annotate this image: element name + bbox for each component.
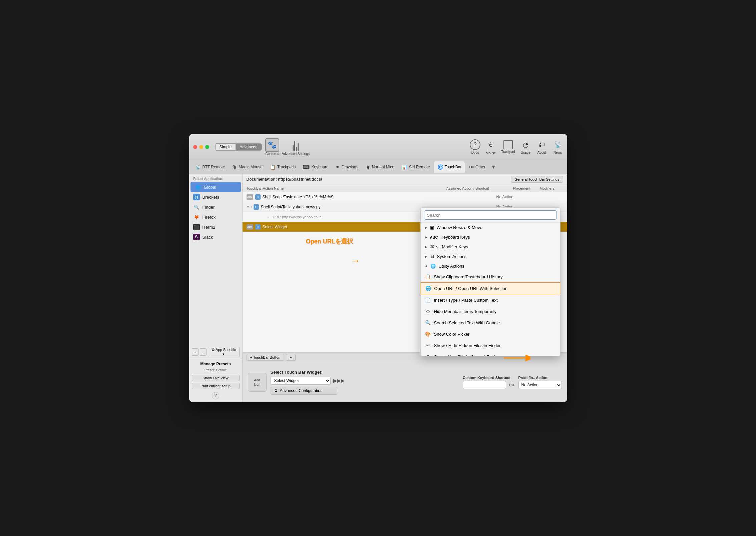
sidebar-item-firefox[interactable]: 🦊 Firefox bbox=[189, 212, 242, 222]
mouse-label: Mouse bbox=[486, 151, 496, 155]
tab-overflow-arrow[interactable]: ▼ bbox=[491, 164, 496, 170]
help-button[interactable]: ? bbox=[212, 392, 219, 399]
group-system-actions[interactable]: ▶ 🖥 System Actions bbox=[421, 252, 560, 261]
bottom-panel: Add Icon Select Touch Bar Widget: Select… bbox=[243, 362, 567, 402]
minimize-button[interactable] bbox=[199, 145, 203, 149]
news-label: News bbox=[553, 151, 562, 154]
add-icon-button[interactable]: Add Icon bbox=[248, 373, 267, 392]
show-live-view-button[interactable]: Show Live View bbox=[192, 375, 240, 381]
color-picker-label: Show Color Picker bbox=[434, 332, 470, 337]
tab-magic-mouse[interactable]: 🖱 Magic Mouse bbox=[229, 161, 266, 173]
search-google-label: Search Selected Text With Google bbox=[434, 320, 500, 325]
item-insert-text[interactable]: 📄 Insert / Type / Paste Custom Text bbox=[421, 294, 560, 306]
group-utility-actions[interactable]: ▼ 🌐 Utility Actions bbox=[421, 261, 560, 271]
add-touchbar-plus[interactable]: + bbox=[286, 354, 295, 361]
news-icon: 📡 bbox=[552, 139, 563, 150]
advanced-mode-button[interactable]: Advanced bbox=[236, 144, 261, 150]
color-picker-icon: 🎨 bbox=[425, 331, 431, 337]
table-header-placement: Placement bbox=[513, 186, 540, 190]
slack-label: Slack bbox=[203, 235, 213, 240]
widget-select[interactable]: Select Widget bbox=[271, 377, 331, 385]
open-url-icon: 🌐 bbox=[425, 285, 432, 292]
simple-mode-button[interactable]: Simple bbox=[216, 144, 236, 150]
row-icon-1: ⊙ bbox=[255, 194, 261, 200]
keyboard-icon: ⌨ bbox=[303, 164, 310, 170]
tab-siri-remote[interactable]: 📊 Siri Remote bbox=[398, 161, 433, 173]
tab-btt-remote[interactable]: 📡 BTT Remote bbox=[192, 161, 229, 173]
tab-drawings[interactable]: ✒ Drawings bbox=[333, 161, 362, 173]
iterm2-icon: ⬛ bbox=[193, 224, 200, 230]
sidebar-item-brackets[interactable]: { } Brackets bbox=[189, 192, 242, 202]
item-clipboard[interactable]: 📋 Show Clipboard/Pasteboard History bbox=[421, 271, 560, 282]
tab-other[interactable]: ••• Other bbox=[465, 161, 489, 173]
predef-label: Predefin.. Action: bbox=[518, 376, 562, 380]
tab-touchbar-label: TouchBar bbox=[445, 165, 462, 169]
table-row[interactable]: Add ⊙ Shell Script/Task: date +"%p %l:%M… bbox=[243, 192, 567, 202]
tab-normal-mice-label: Normal Mice bbox=[372, 165, 394, 169]
news-icon-item[interactable]: 📡 News bbox=[552, 139, 563, 154]
tab-trackpads[interactable]: 📋 Trackpads bbox=[267, 161, 299, 173]
iterm2-label: iTerm2 bbox=[203, 225, 216, 230]
add-row-btn-1[interactable]: Add bbox=[247, 194, 253, 200]
add-row-btn-2[interactable]: Add bbox=[247, 224, 253, 230]
new-file-icon: ⊕ bbox=[425, 353, 431, 356]
usage-icon-item[interactable]: ◔ Usage bbox=[520, 139, 531, 154]
trackpad-icon-item[interactable]: Trackpad bbox=[501, 140, 515, 154]
other-icon: ••• bbox=[469, 164, 474, 170]
item-hidden-files[interactable]: 👓 Show / Hide Hidden Files in Finder bbox=[421, 340, 560, 351]
manage-presets-label: Manage Presets bbox=[192, 362, 240, 366]
docs-icon-item[interactable]: ? Docs bbox=[470, 139, 480, 154]
expand-arrow-5: ▼ bbox=[424, 265, 428, 268]
sidebar-item-slack[interactable]: S Slack bbox=[189, 232, 242, 242]
remove-app-button[interactable]: − bbox=[200, 348, 207, 356]
firefox-label: Firefox bbox=[203, 215, 216, 220]
add-app-button[interactable]: + bbox=[192, 348, 199, 356]
advanced-config-row[interactable]: ⚙ Advanced Configuration bbox=[271, 387, 337, 395]
tab-normal-mice[interactable]: 🖱 Normal Mice bbox=[362, 161, 398, 173]
brackets-label: Brackets bbox=[203, 195, 220, 200]
item-new-file[interactable]: ⊕ Create New File in Current Folder bbox=[421, 351, 560, 356]
print-current-setup-button[interactable]: Print current setup bbox=[192, 383, 240, 389]
predef-select[interactable]: No Action bbox=[518, 381, 562, 389]
url-indent: → bbox=[267, 215, 270, 219]
group-keyboard-keys[interactable]: ▶ ABC Keyboard Keys bbox=[421, 232, 560, 242]
usage-icon: ◔ bbox=[520, 139, 531, 150]
app-specific-button[interactable]: ⚙ App Specific ▾ bbox=[208, 347, 239, 357]
general-settings-button[interactable]: General Touch Bar Settings bbox=[511, 176, 563, 183]
item-open-url[interactable]: 🌐 Open URL / Open URL With Selection bbox=[421, 282, 560, 294]
group-window-resize[interactable]: ▶ ▣ Window Resize & Move bbox=[421, 223, 560, 232]
tab-touchbar[interactable]: 🌀 TouchBar bbox=[434, 161, 465, 173]
item-hide-menubar[interactable]: ⊙ Hide Menubar Items Temporarily bbox=[421, 306, 560, 317]
global-icon: 🌐 bbox=[195, 184, 201, 190]
add-touchbar-button[interactable]: + TouchBar Button bbox=[247, 354, 284, 361]
sidebar-item-global[interactable]: 🌐 Global bbox=[191, 182, 241, 192]
trackpads-icon: 📋 bbox=[270, 164, 276, 170]
gesture-icon[interactable]: 🐾 bbox=[265, 138, 279, 152]
item-color-picker[interactable]: 🎨 Show Color Picker bbox=[421, 328, 560, 340]
advanced-settings-icon-group: Advanced Settings bbox=[282, 138, 310, 156]
finder-icon: 🔍 bbox=[193, 204, 200, 210]
new-file-label: Create New File in Current Folder bbox=[434, 354, 499, 356]
maximize-button[interactable] bbox=[205, 145, 209, 149]
tab-magic-mouse-label: Magic Mouse bbox=[239, 165, 262, 169]
sidebar-label: Select Application: bbox=[189, 174, 242, 182]
about-icon-item[interactable]: 🏷 About bbox=[536, 139, 547, 154]
action-dropdown: ▶ ▣ Window Resize & Move ▶ ABC Keyboard … bbox=[420, 207, 560, 356]
row-icon-3: ⊙ bbox=[255, 224, 261, 230]
mouse-icon-item[interactable]: 🖱 Mouse bbox=[486, 139, 496, 155]
dropdown-search-input[interactable] bbox=[424, 210, 557, 220]
sidebar-item-iterm2[interactable]: ⬛ iTerm2 bbox=[189, 222, 242, 232]
trackpad-icon bbox=[503, 140, 513, 149]
about-icon: 🏷 bbox=[536, 139, 547, 150]
shortcut-input[interactable] bbox=[463, 381, 506, 389]
tab-keyboard[interactable]: ⌨ Keyboard bbox=[300, 161, 332, 173]
about-label: About bbox=[537, 151, 546, 154]
item-search-google[interactable]: 🔍 Search Selected Text With Google bbox=[421, 317, 560, 328]
group-label-3: Modifier Keys bbox=[442, 244, 468, 249]
slack-icon: S bbox=[193, 234, 200, 240]
sidebar-item-finder[interactable]: 🔍 Finder bbox=[189, 202, 242, 212]
group-modifier-keys[interactable]: ▶ ⌘⌥ Modifier Keys bbox=[421, 242, 560, 252]
tab-trackpads-label: Trackpads bbox=[277, 165, 296, 169]
table-header-action: Assigned Action / Shortcut bbox=[446, 186, 513, 190]
close-button[interactable] bbox=[193, 145, 197, 149]
